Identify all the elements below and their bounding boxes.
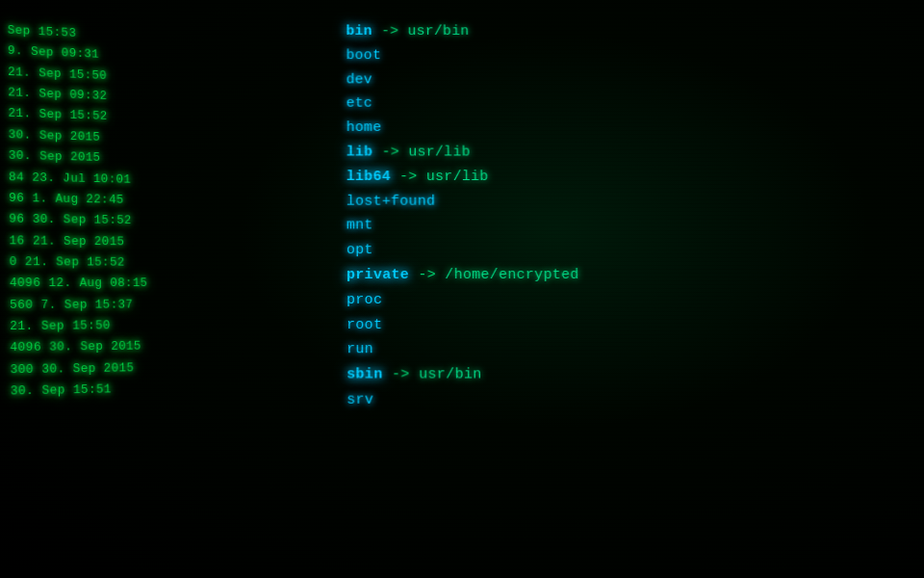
dir-line: srv (346, 387, 924, 412)
dir-target: usr/bin (419, 366, 482, 382)
dir-line: lib64 -> usr/lib (346, 165, 920, 189)
dir-line: etc (346, 92, 917, 116)
dir-name-plain: dev (346, 71, 373, 87)
dir-name-plain: run (346, 341, 373, 357)
dir-line: lost+found (346, 189, 921, 213)
dir-name-plain: mnt (346, 218, 373, 234)
dir-name-plain: home (346, 119, 382, 136)
dir-line: home (346, 117, 918, 141)
left-column: Sep 15:539. Sep 09:3121. Sep 15:5021. Se… (0, 15, 305, 573)
dir-line: dev (346, 67, 916, 92)
dir-line: lib -> usr/lib (346, 141, 919, 165)
left-line: 96 30. Sep 15:52 (9, 209, 295, 233)
dir-name-plain: etc (346, 95, 373, 112)
left-line: 560 7. Sep 15:37 (10, 294, 298, 316)
left-line: 4096 12. Aug 08:15 (10, 273, 297, 294)
dir-name-plain: lost+found (346, 193, 436, 209)
dir-arrow: -> (383, 366, 420, 382)
content-wrapper: Sep 15:539. Sep 09:3121. Sep 15:5021. Se… (0, 0, 924, 578)
dir-name-symlink: lib (346, 144, 373, 161)
dir-name-symlink: bin (346, 23, 372, 39)
dir-target: /home/encrypted (445, 267, 579, 283)
dir-name-plain: proc (346, 292, 382, 308)
dir-arrow: -> (372, 23, 408, 39)
dir-name-plain: boot (346, 47, 382, 63)
left-line: 0 21. Sep 15:52 (10, 251, 297, 274)
dir-line: opt (346, 238, 923, 263)
dir-target: usr/bin (407, 23, 469, 39)
left-line: 21. Sep 15:50 (10, 315, 298, 338)
left-line: 16 21. Sep 2015 (9, 230, 296, 253)
dir-line: mnt (346, 214, 922, 239)
left-line: 30. Sep 15:51 (11, 376, 300, 403)
terminal-screen: Sep 15:539. Sep 09:3121. Sep 15:5021. Se… (0, 0, 924, 578)
dir-name-plain: srv (346, 392, 373, 408)
dir-name-symlink: private (346, 267, 409, 283)
dir-name-symlink: lib64 (346, 169, 391, 185)
right-column: bin -> usr/binbootdevetchomelib -> usr/l… (318, 15, 924, 573)
dir-line: private -> /home/encrypted (346, 263, 924, 288)
dir-line: proc (346, 288, 924, 313)
dir-arrow: -> (391, 169, 426, 185)
dir-target: usr/lib (426, 169, 489, 185)
dir-arrow: -> (372, 144, 408, 161)
dir-line: bin -> usr/bin (346, 20, 913, 44)
dir-line: run (346, 337, 924, 362)
dir-name-symlink: sbin (346, 366, 382, 382)
dir-line: root (346, 313, 924, 338)
dir-name-plain: opt (346, 242, 373, 258)
dir-arrow: -> (409, 267, 445, 283)
dir-target: usr/lib (408, 144, 471, 161)
dir-name-plain: root (346, 317, 382, 333)
dir-line: sbin -> usr/bin (346, 362, 924, 387)
dir-line: boot (346, 43, 914, 67)
